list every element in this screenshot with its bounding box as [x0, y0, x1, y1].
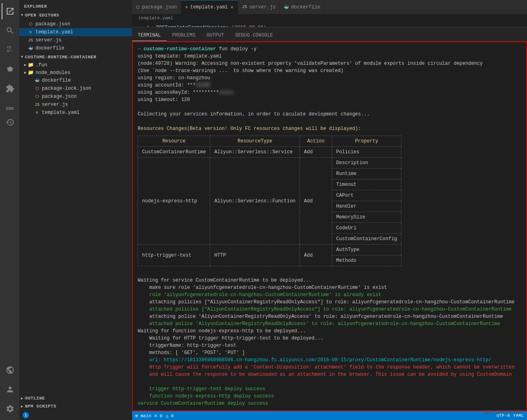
file-template-yaml[interactable]: ≡ template.yaml — [19, 109, 132, 117]
tab-bar: ⬡ package.json ≡ template.yaml ✕ JS serv… — [132, 0, 527, 14]
folder-icon-node-modules: 📁 — [28, 70, 34, 76]
outline-section[interactable]: ▶ Outline — [19, 394, 132, 402]
tab-package-json[interactable]: ⬡ package.json — [132, 0, 181, 14]
terminal-line-attach1: attaching policies ["AliyunContainerRegi… — [138, 299, 521, 306]
tab-problems[interactable]: PROBLEMS — [167, 30, 201, 41]
debug-icon[interactable] — [2, 61, 18, 77]
terminal-line-warn2: and will cause the response to be downlo… — [138, 371, 521, 378]
open-editor-item-package-json[interactable]: ⬡ package.json — [19, 20, 132, 28]
terminal-line-account: using accountId: ***12345 — [138, 82, 521, 89]
terminal-line-warn1: Http Trigger will forcefully add a 'Cont… — [138, 364, 521, 371]
folder-icon-fun: 📁 — [28, 62, 34, 68]
source-control-icon[interactable] — [2, 42, 18, 58]
terminal-line-attached1: attached policies ["AliyunContainerRegis… — [138, 306, 521, 313]
terminal-output[interactable]: → custome-runtime-container fun deploy -… — [132, 41, 527, 411]
terminal-line-attach2: attaching police 'AliyunContainerRegistr… — [138, 313, 521, 320]
line-num-1: 1 — [138, 24, 150, 27]
table-cell-prop-handler: Handler — [332, 201, 401, 212]
terminal-line-access: using accessKeyId: *********xxxxx — [138, 89, 521, 96]
terminal-line-waiting-trigger: Waiting for HTTP trigger http-trigger-te… — [138, 335, 521, 342]
terminal-line-fn-success: function nodejs-express-http deploy succ… — [138, 393, 521, 400]
tab-terminal[interactable]: TERMINAL — [132, 30, 167, 41]
file-package-json[interactable]: ⬡ package.json — [19, 93, 132, 101]
tab-debug-console[interactable]: DEBUG CONSOLE — [229, 30, 279, 41]
account-icon[interactable] — [2, 381, 18, 397]
zoo-label[interactable]: ZOO — [6, 106, 14, 111]
table-cell-prop-codeuri: CodeUri — [332, 223, 401, 234]
terminal-line-trigger-success: trigger http-trigger-test deploy success — [138, 385, 521, 393]
sidebar: Explorer ▼ Open Editors ⬡ package.json ≡… — [19, 0, 132, 420]
open-editor-item-template-yaml[interactable]: ≡ template.yaml — [19, 28, 132, 36]
terminal-line-resources-header: Resources Changes(Beta version! Only FC … — [138, 125, 521, 132]
settings-icon[interactable] — [2, 401, 18, 417]
remote-icon[interactable] — [2, 362, 18, 378]
history-icon[interactable] — [2, 114, 18, 130]
file-package-lock[interactable]: ⬡ package-lock.json — [19, 84, 132, 93]
json-lock-icon: ⬡ — [34, 85, 40, 92]
table-cell-resource-1: CustomContainerRuntime — [138, 147, 210, 158]
tab-label-template-yaml: template.yaml — [190, 4, 228, 10]
code-text-1: ROSTemplateFormatVersion: '2015-09-01' — [156, 24, 267, 27]
terminal-line-template: using template: template.yaml — [138, 53, 521, 60]
folder-label-fun: .fun — [35, 62, 47, 68]
terminal-line-methods: methods: [ 'GET', 'POST', 'PUT' ] — [138, 349, 521, 356]
file-label-server-js: server.js — [42, 102, 68, 107]
resources-table: Resource ResourceType Action Property Cu… — [138, 136, 401, 266]
outline-chevron: ▶ — [21, 396, 23, 401]
table-header-row: Resource ResourceType Action Property — [138, 136, 401, 147]
tab-output[interactable]: OUTPUT — [201, 30, 229, 41]
status-errors: ⊘ 0 — [155, 413, 163, 418]
table-col-type: ResourceType — [210, 136, 300, 147]
extensions-icon[interactable] — [2, 80, 18, 97]
terminal-line-blank2 — [138, 118, 521, 125]
table-cell-prop-timeout: Timeout — [332, 179, 401, 190]
activity-bar: ZOO — [0, 0, 19, 420]
tab-dockerfile[interactable]: 🐳 dockerfile — [280, 0, 324, 14]
table-cell-property-1: Policies — [332, 147, 401, 158]
terminal-line-warning: (node:49728) Warning: Accessing non-exis… — [138, 60, 521, 67]
project-label: Custome-Runtime-Container — [25, 55, 97, 60]
terminal-line-timeout: using timeout: 120 — [138, 96, 521, 103]
open-editors-chevron: ▼ — [21, 13, 23, 17]
npm-section[interactable]: ▶ NPM Scripts — [19, 402, 132, 410]
folder-node-modules[interactable]: ▶ 📁 node_modules — [19, 69, 132, 76]
table-cell-type-1: Aliyun::Serverless::Service — [210, 147, 300, 158]
tab-label-package-json: package.json — [142, 4, 177, 10]
tab-template-yaml[interactable]: ≡ template.yaml ✕ — [181, 0, 238, 14]
table-cell-type-2: Aliyun::Serverless::Function — [210, 158, 300, 245]
open-editor-item-server-js[interactable]: JS server.js — [19, 36, 132, 44]
file-label-template-yaml: template.yaml — [42, 110, 80, 115]
editor-code-area[interactable]: 1 ROSTemplateFormatVersion: '2015-09-01'… — [132, 22, 527, 27]
chevron-fun: ▶ — [24, 63, 26, 67]
file-dockerfile[interactable]: 🐳 dockerfile — [19, 76, 132, 84]
table-cell-prop-authtype: AuthType — [332, 245, 401, 255]
docker-file-icon: 🐳 — [34, 77, 40, 84]
js-icon: JS — [27, 37, 34, 43]
open-editor-item-dockerfile[interactable]: 🐳 dockerfile — [19, 44, 132, 52]
table-cell-action-1: Add — [300, 147, 332, 158]
folder-fun[interactable]: ▶ 📁 .fun — [19, 61, 132, 69]
terminal-line-region: using region: cn-hangzhou — [138, 74, 521, 82]
terminal-line-service-success: service CustomContainerRuntime deploy su… — [138, 400, 521, 407]
explorer-icon[interactable] — [2, 3, 18, 19]
docker-icon: 🐳 — [27, 45, 34, 51]
status-bottom: 1 — [19, 410, 132, 420]
terminal-line-blank3 — [138, 270, 521, 277]
table-col-property: Property — [332, 136, 401, 147]
file-server-js[interactable]: JS server.js — [19, 101, 132, 109]
open-editors-label: Open Editors — [25, 13, 59, 18]
js-file-icon: JS — [34, 101, 40, 108]
status-left: ⊞ main ⊘ 0 △ 0 — [135, 413, 174, 418]
terminal-cwd: custome-runtime-container — [143, 46, 216, 52]
open-editors-section[interactable]: ▼ Open Editors — [19, 11, 132, 19]
breadcrumb-label: template.yaml — [138, 16, 173, 21]
tab-close-yaml[interactable]: ✕ — [230, 4, 234, 10]
open-editor-label-docker: dockerfile — [35, 45, 64, 51]
tab-icon-json: ⬡ — [136, 5, 140, 10]
tab-server-js[interactable]: JS server.js — [238, 0, 280, 14]
table-cell-action-3: Add — [300, 245, 332, 266]
project-section[interactable]: ▼ Custome-Runtime-Container — [19, 53, 132, 61]
search-icon[interactable] — [2, 23, 18, 39]
table-row-1: CustomContainerRuntime Aliyun::Serverles… — [138, 147, 401, 158]
terminal-line-warning2: (Use `node --trace-warnings ...` to show… — [138, 67, 521, 74]
